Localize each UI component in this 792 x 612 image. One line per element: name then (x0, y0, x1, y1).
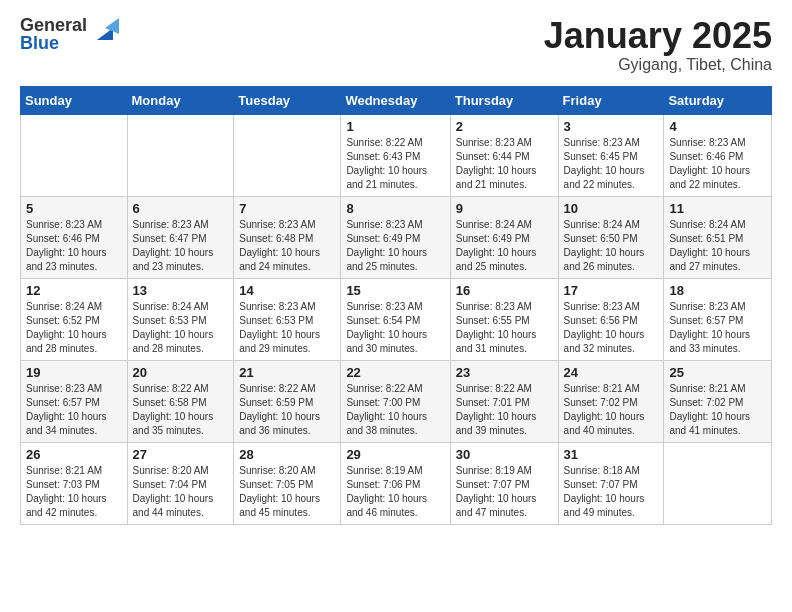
calendar-cell: 29Sunrise: 8:19 AM Sunset: 7:06 PM Dayli… (341, 442, 450, 524)
day-info: Sunrise: 8:23 AM Sunset: 6:49 PM Dayligh… (346, 218, 444, 274)
calendar-cell: 30Sunrise: 8:19 AM Sunset: 7:07 PM Dayli… (450, 442, 558, 524)
calendar-header-thursday: Thursday (450, 86, 558, 114)
day-info: Sunrise: 8:18 AM Sunset: 7:07 PM Dayligh… (564, 464, 659, 520)
day-info: Sunrise: 8:23 AM Sunset: 6:57 PM Dayligh… (669, 300, 766, 356)
calendar-week-2: 5Sunrise: 8:23 AM Sunset: 6:46 PM Daylig… (21, 196, 772, 278)
calendar-cell: 19Sunrise: 8:23 AM Sunset: 6:57 PM Dayli… (21, 360, 128, 442)
day-number: 31 (564, 447, 659, 462)
day-number: 20 (133, 365, 229, 380)
day-number: 27 (133, 447, 229, 462)
logo-icon (91, 18, 119, 46)
day-info: Sunrise: 8:23 AM Sunset: 6:56 PM Dayligh… (564, 300, 659, 356)
day-info: Sunrise: 8:23 AM Sunset: 6:54 PM Dayligh… (346, 300, 444, 356)
calendar-header-saturday: Saturday (664, 86, 772, 114)
day-info: Sunrise: 8:24 AM Sunset: 6:52 PM Dayligh… (26, 300, 122, 356)
day-number: 16 (456, 283, 553, 298)
calendar-cell: 10Sunrise: 8:24 AM Sunset: 6:50 PM Dayli… (558, 196, 664, 278)
calendar-cell: 1Sunrise: 8:22 AM Sunset: 6:43 PM Daylig… (341, 114, 450, 196)
day-info: Sunrise: 8:23 AM Sunset: 6:44 PM Dayligh… (456, 136, 553, 192)
calendar-header-row: SundayMondayTuesdayWednesdayThursdayFrid… (21, 86, 772, 114)
calendar-cell: 16Sunrise: 8:23 AM Sunset: 6:55 PM Dayli… (450, 278, 558, 360)
calendar-cell (21, 114, 128, 196)
location-title: Gyigang, Tibet, China (544, 56, 772, 74)
day-info: Sunrise: 8:23 AM Sunset: 6:46 PM Dayligh… (669, 136, 766, 192)
calendar-week-5: 26Sunrise: 8:21 AM Sunset: 7:03 PM Dayli… (21, 442, 772, 524)
day-number: 25 (669, 365, 766, 380)
day-number: 8 (346, 201, 444, 216)
day-number: 10 (564, 201, 659, 216)
day-info: Sunrise: 8:23 AM Sunset: 6:55 PM Dayligh… (456, 300, 553, 356)
calendar-cell: 4Sunrise: 8:23 AM Sunset: 6:46 PM Daylig… (664, 114, 772, 196)
day-number: 15 (346, 283, 444, 298)
calendar-cell: 26Sunrise: 8:21 AM Sunset: 7:03 PM Dayli… (21, 442, 128, 524)
calendar-cell: 9Sunrise: 8:24 AM Sunset: 6:49 PM Daylig… (450, 196, 558, 278)
calendar-week-1: 1Sunrise: 8:22 AM Sunset: 6:43 PM Daylig… (21, 114, 772, 196)
day-info: Sunrise: 8:23 AM Sunset: 6:46 PM Dayligh… (26, 218, 122, 274)
calendar-cell: 2Sunrise: 8:23 AM Sunset: 6:44 PM Daylig… (450, 114, 558, 196)
calendar-cell (127, 114, 234, 196)
calendar-header-friday: Friday (558, 86, 664, 114)
day-info: Sunrise: 8:20 AM Sunset: 7:05 PM Dayligh… (239, 464, 335, 520)
day-number: 4 (669, 119, 766, 134)
day-info: Sunrise: 8:19 AM Sunset: 7:06 PM Dayligh… (346, 464, 444, 520)
day-number: 17 (564, 283, 659, 298)
day-number: 28 (239, 447, 335, 462)
calendar-cell: 15Sunrise: 8:23 AM Sunset: 6:54 PM Dayli… (341, 278, 450, 360)
calendar-cell: 12Sunrise: 8:24 AM Sunset: 6:52 PM Dayli… (21, 278, 128, 360)
calendar-cell: 31Sunrise: 8:18 AM Sunset: 7:07 PM Dayli… (558, 442, 664, 524)
calendar-cell: 13Sunrise: 8:24 AM Sunset: 6:53 PM Dayli… (127, 278, 234, 360)
calendar-cell: 20Sunrise: 8:22 AM Sunset: 6:58 PM Dayli… (127, 360, 234, 442)
calendar-cell: 21Sunrise: 8:22 AM Sunset: 6:59 PM Dayli… (234, 360, 341, 442)
calendar-cell: 11Sunrise: 8:24 AM Sunset: 6:51 PM Dayli… (664, 196, 772, 278)
day-number: 30 (456, 447, 553, 462)
day-number: 26 (26, 447, 122, 462)
calendar-header-tuesday: Tuesday (234, 86, 341, 114)
logo-text: General Blue (20, 16, 87, 52)
day-number: 3 (564, 119, 659, 134)
calendar-cell: 24Sunrise: 8:21 AM Sunset: 7:02 PM Dayli… (558, 360, 664, 442)
day-number: 6 (133, 201, 229, 216)
day-info: Sunrise: 8:22 AM Sunset: 6:58 PM Dayligh… (133, 382, 229, 438)
calendar-header-monday: Monday (127, 86, 234, 114)
calendar-cell: 18Sunrise: 8:23 AM Sunset: 6:57 PM Dayli… (664, 278, 772, 360)
day-number: 24 (564, 365, 659, 380)
day-info: Sunrise: 8:24 AM Sunset: 6:50 PM Dayligh… (564, 218, 659, 274)
day-info: Sunrise: 8:24 AM Sunset: 6:51 PM Dayligh… (669, 218, 766, 274)
day-number: 2 (456, 119, 553, 134)
logo-general: General (20, 16, 87, 34)
day-number: 23 (456, 365, 553, 380)
calendar-cell: 5Sunrise: 8:23 AM Sunset: 6:46 PM Daylig… (21, 196, 128, 278)
day-number: 13 (133, 283, 229, 298)
day-info: Sunrise: 8:24 AM Sunset: 6:53 PM Dayligh… (133, 300, 229, 356)
day-info: Sunrise: 8:23 AM Sunset: 6:53 PM Dayligh… (239, 300, 335, 356)
day-info: Sunrise: 8:23 AM Sunset: 6:45 PM Dayligh… (564, 136, 659, 192)
day-info: Sunrise: 8:19 AM Sunset: 7:07 PM Dayligh… (456, 464, 553, 520)
calendar-cell: 17Sunrise: 8:23 AM Sunset: 6:56 PM Dayli… (558, 278, 664, 360)
calendar-cell: 23Sunrise: 8:22 AM Sunset: 7:01 PM Dayli… (450, 360, 558, 442)
day-info: Sunrise: 8:22 AM Sunset: 6:59 PM Dayligh… (239, 382, 335, 438)
day-number: 7 (239, 201, 335, 216)
day-info: Sunrise: 8:22 AM Sunset: 7:01 PM Dayligh… (456, 382, 553, 438)
calendar-cell: 25Sunrise: 8:21 AM Sunset: 7:02 PM Dayli… (664, 360, 772, 442)
calendar-week-3: 12Sunrise: 8:24 AM Sunset: 6:52 PM Dayli… (21, 278, 772, 360)
title-block: January 2025 Gyigang, Tibet, China (544, 16, 772, 74)
day-number: 11 (669, 201, 766, 216)
day-info: Sunrise: 8:21 AM Sunset: 7:02 PM Dayligh… (669, 382, 766, 438)
day-info: Sunrise: 8:21 AM Sunset: 7:02 PM Dayligh… (564, 382, 659, 438)
calendar-cell: 27Sunrise: 8:20 AM Sunset: 7:04 PM Dayli… (127, 442, 234, 524)
calendar-cell: 3Sunrise: 8:23 AM Sunset: 6:45 PM Daylig… (558, 114, 664, 196)
day-info: Sunrise: 8:23 AM Sunset: 6:57 PM Dayligh… (26, 382, 122, 438)
month-title: January 2025 (544, 16, 772, 56)
calendar-cell: 8Sunrise: 8:23 AM Sunset: 6:49 PM Daylig… (341, 196, 450, 278)
day-number: 12 (26, 283, 122, 298)
day-number: 14 (239, 283, 335, 298)
calendar-cell: 22Sunrise: 8:22 AM Sunset: 7:00 PM Dayli… (341, 360, 450, 442)
day-number: 19 (26, 365, 122, 380)
calendar-week-4: 19Sunrise: 8:23 AM Sunset: 6:57 PM Dayli… (21, 360, 772, 442)
day-number: 18 (669, 283, 766, 298)
day-info: Sunrise: 8:24 AM Sunset: 6:49 PM Dayligh… (456, 218, 553, 274)
calendar-table: SundayMondayTuesdayWednesdayThursdayFrid… (20, 86, 772, 525)
day-number: 29 (346, 447, 444, 462)
day-info: Sunrise: 8:20 AM Sunset: 7:04 PM Dayligh… (133, 464, 229, 520)
day-info: Sunrise: 8:22 AM Sunset: 7:00 PM Dayligh… (346, 382, 444, 438)
